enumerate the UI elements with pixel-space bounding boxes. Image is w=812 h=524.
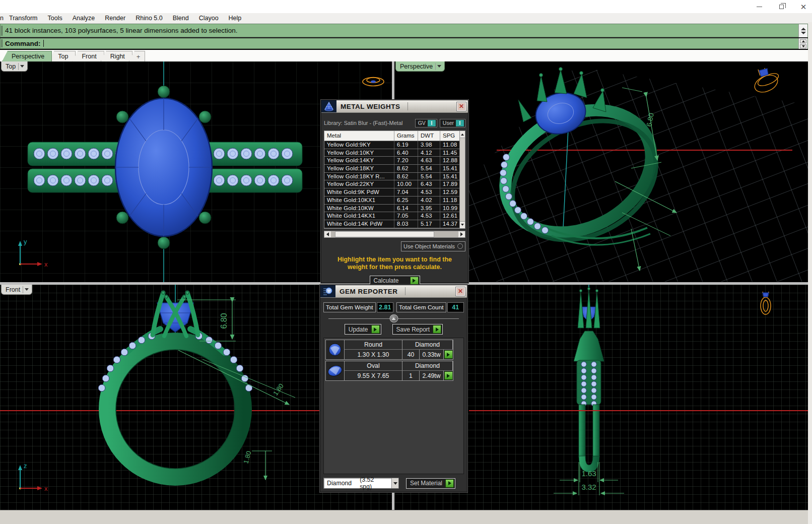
scroll-up-button[interactable] (460, 131, 465, 138)
history-grip (1, 26, 3, 36)
gem-select-button[interactable] (444, 350, 453, 359)
viewport-tab-bar: Perspective Top Front Right + (0, 50, 808, 61)
viewport-menu-icon[interactable] (18, 63, 25, 70)
menu-item-transform[interactable]: Transform (4, 15, 43, 22)
svg-text:x: x (44, 485, 48, 492)
total-gem-weight-value: 2.81 (377, 302, 393, 312)
gem-material: Diamond (402, 361, 453, 371)
total-gem-weight-label: Total Gem Weight (323, 302, 376, 312)
play-icon (447, 353, 450, 357)
user-toggle[interactable]: User I (440, 119, 465, 127)
scroll-down-icon (461, 224, 464, 226)
table-row[interactable]: Yellow Gold:9KY6.193.9811.08 (324, 141, 459, 149)
scroll-down-button[interactable] (460, 221, 465, 228)
menu-item-tools[interactable]: Tools (43, 15, 67, 22)
scroll-up-icon[interactable] (801, 28, 806, 30)
gem-thumbnail-round (326, 340, 345, 359)
calculate-go-button[interactable] (410, 277, 419, 285)
table-vertical-scrollbar[interactable] (459, 131, 465, 228)
update-go-button[interactable] (371, 325, 380, 334)
table-row[interactable]: White Gold:10KW6.143.9510.99 (324, 205, 459, 213)
gem-material-dropdown[interactable]: Diamond (3.52 spg) (323, 478, 399, 489)
command-bar[interactable]: Command: (0, 38, 808, 49)
tab-right[interactable]: Right (101, 51, 132, 61)
splitter-handle[interactable] (389, 314, 398, 322)
minimize-icon (757, 7, 762, 7)
gem-thumbnail-oval (326, 361, 345, 380)
dropdown-arrow-icon[interactable] (391, 478, 398, 488)
spin-up-icon (802, 40, 805, 42)
save-report-button[interactable]: Save Report (392, 324, 443, 335)
gem-row-oval[interactable]: Oval Diamond 9.55 X 7.65 1 2.49tw (325, 361, 453, 381)
viewport-label-perspective[interactable]: Perspective (395, 61, 445, 72)
gem-reporter-close-button[interactable]: ✕ (456, 287, 465, 296)
tab-perspective[interactable]: Perspective (2, 51, 52, 61)
scroll-right-icon (460, 232, 463, 236)
restore-button[interactable] (777, 2, 786, 11)
gem-grid-icon (320, 285, 335, 297)
gem-row-round[interactable]: Round Diamond 1.30 X 1.30 40 0.33tw (325, 340, 453, 360)
save-report-go-button[interactable] (433, 325, 441, 334)
menu-item-blend[interactable]: Blend (168, 15, 194, 22)
scroll-right-button[interactable] (458, 231, 465, 237)
table-row[interactable]: Yellow Gold:22KY10.006.4317.89 (324, 180, 459, 188)
svg-text:x: x (44, 260, 48, 268)
metal-weights-titlebar[interactable]: METAL WEIGHTS ✕ (321, 100, 468, 113)
gem-size: 1.30 X 1.30 (345, 350, 402, 359)
menu-bar: n Transform Tools Analyze Render Rhino 5… (0, 13, 812, 24)
scroll-down-icon[interactable] (801, 32, 806, 34)
command-spinner (798, 38, 807, 49)
viewport-menu-icon[interactable] (435, 63, 442, 70)
menu-item-partial[interactable]: n (0, 15, 4, 22)
tab-top[interactable]: Top (48, 51, 76, 61)
spin-up-button[interactable] (800, 39, 806, 43)
scrollbar-thumb[interactable] (335, 231, 434, 237)
table-row[interactable]: Yellow Gold:10KY6.404.1211.45 (324, 149, 459, 157)
tab-front[interactable]: Front (72, 51, 104, 61)
table-horizontal-scrollbar[interactable] (324, 231, 465, 238)
gem-reporter-panel: GEM REPORTER ✕ Total Gem Weight 2.81 Tot… (320, 285, 467, 492)
menu-item-clayoo[interactable]: Clayoo (194, 15, 224, 22)
update-button[interactable]: Update (345, 324, 381, 335)
use-object-materials-dropdown[interactable]: Use Object Materials (401, 241, 465, 251)
menu-item-render[interactable]: Render (100, 15, 130, 22)
table-row[interactable]: Yellow Gold:18KY R...8.625.5415.41 (324, 173, 459, 181)
viewport-label-front[interactable]: Front (1, 285, 32, 295)
history-scrollbar[interactable] (798, 24, 807, 38)
gem-reporter-title: GEM REPORTER (340, 288, 398, 295)
table-row[interactable]: Yellow Gold:18KY8.625.5415.41 (324, 165, 459, 173)
metal-weights-table: Metal Grams DWT SPG Yellow Gold:9KY6.193… (324, 130, 465, 229)
menu-item-help[interactable]: Help (224, 15, 247, 22)
table-row[interactable]: White Gold:14K PdW8.035.1714.37 (324, 220, 459, 228)
viewport-menu-icon[interactable] (23, 286, 30, 293)
gem-count: 40 (402, 350, 420, 359)
viewport-label-top[interactable]: Top (1, 61, 28, 72)
gem-list: Round Diamond 1.30 X 1.30 40 0.33tw Oval (323, 338, 464, 474)
table-row[interactable]: White Gold:14KX17.054.5312.61 (324, 212, 459, 220)
table-row[interactable]: Yellow Gold:14KY7.204.6312.88 (324, 157, 459, 165)
metal-weights-title: METAL WEIGHTS (341, 103, 400, 110)
set-material-go-button[interactable] (445, 479, 454, 488)
command-caret (43, 40, 44, 47)
scroll-left-button[interactable] (324, 231, 331, 237)
gv-toggle[interactable]: GV I (415, 119, 437, 127)
gem-shape: Round (345, 340, 402, 350)
metal-weights-close-button[interactable]: ✕ (457, 102, 466, 111)
close-button[interactable]: ✕ (799, 2, 808, 11)
play-icon (374, 328, 377, 332)
close-icon: ✕ (800, 3, 807, 11)
menu-item-rhino[interactable]: Rhino 5.0 (130, 15, 168, 22)
gem-select-button[interactable] (444, 371, 453, 380)
table-row[interactable]: White Gold:10KX16.254.0211.18 (324, 196, 459, 205)
play-icon (448, 481, 451, 485)
spin-down-button[interactable] (800, 44, 806, 48)
metal-weights-panel: METAL WEIGHTS ✕ Library: Satin Blur - (F… (321, 100, 468, 283)
total-gem-count-label: Total Gem Count (396, 302, 446, 312)
menu-item-analyze[interactable]: Analyze (67, 15, 100, 22)
library-label: Library: Satin Blur - (Fast)-Metal (324, 120, 402, 126)
table-row[interactable]: White Gold:9K PdW7.044.5312.59 (324, 188, 459, 196)
minimize-button[interactable] (755, 2, 764, 11)
gem-reporter-titlebar[interactable]: GEM REPORTER ✕ (320, 285, 467, 298)
set-material-button[interactable]: Set Material (406, 478, 455, 489)
play-icon (413, 279, 416, 283)
